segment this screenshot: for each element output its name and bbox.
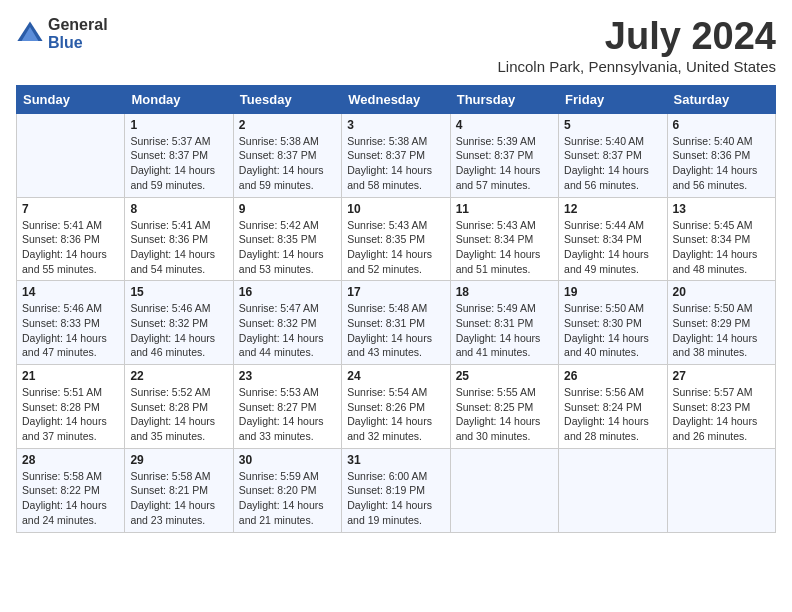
table-row: 2Sunrise: 5:38 AM Sunset: 8:37 PM Daylig… [233,113,341,197]
day-number: 21 [22,369,119,383]
day-number: 14 [22,285,119,299]
day-info: Sunrise: 5:40 AM Sunset: 8:36 PM Dayligh… [673,134,770,193]
table-row: 11Sunrise: 5:43 AM Sunset: 8:34 PM Dayli… [450,197,558,281]
table-row: 20Sunrise: 5:50 AM Sunset: 8:29 PM Dayli… [667,281,775,365]
table-row: 22Sunrise: 5:52 AM Sunset: 8:28 PM Dayli… [125,365,233,449]
day-info: Sunrise: 5:37 AM Sunset: 8:37 PM Dayligh… [130,134,227,193]
table-row: 28Sunrise: 5:58 AM Sunset: 8:22 PM Dayli… [17,448,125,532]
day-info: Sunrise: 5:45 AM Sunset: 8:34 PM Dayligh… [673,218,770,277]
day-info: Sunrise: 6:00 AM Sunset: 8:19 PM Dayligh… [347,469,444,528]
day-number: 1 [130,118,227,132]
table-row: 9Sunrise: 5:42 AM Sunset: 8:35 PM Daylig… [233,197,341,281]
day-number: 15 [130,285,227,299]
table-row: 14Sunrise: 5:46 AM Sunset: 8:33 PM Dayli… [17,281,125,365]
table-row: 18Sunrise: 5:49 AM Sunset: 8:31 PM Dayli… [450,281,558,365]
day-info: Sunrise: 5:53 AM Sunset: 8:27 PM Dayligh… [239,385,336,444]
day-number: 27 [673,369,770,383]
day-number: 18 [456,285,553,299]
col-thursday: Thursday [450,85,558,113]
table-row: 6Sunrise: 5:40 AM Sunset: 8:36 PM Daylig… [667,113,775,197]
day-number: 16 [239,285,336,299]
day-info: Sunrise: 5:50 AM Sunset: 8:30 PM Dayligh… [564,301,661,360]
table-row: 27Sunrise: 5:57 AM Sunset: 8:23 PM Dayli… [667,365,775,449]
day-info: Sunrise: 5:43 AM Sunset: 8:35 PM Dayligh… [347,218,444,277]
day-info: Sunrise: 5:57 AM Sunset: 8:23 PM Dayligh… [673,385,770,444]
day-number: 17 [347,285,444,299]
day-number: 6 [673,118,770,132]
table-row: 16Sunrise: 5:47 AM Sunset: 8:32 PM Dayli… [233,281,341,365]
day-number: 4 [456,118,553,132]
day-info: Sunrise: 5:52 AM Sunset: 8:28 PM Dayligh… [130,385,227,444]
day-info: Sunrise: 5:44 AM Sunset: 8:34 PM Dayligh… [564,218,661,277]
location-title: Lincoln Park, Pennsylvania, United State… [498,58,777,75]
day-info: Sunrise: 5:55 AM Sunset: 8:25 PM Dayligh… [456,385,553,444]
title-area: July 2024 Lincoln Park, Pennsylvania, Un… [498,16,777,75]
table-row: 24Sunrise: 5:54 AM Sunset: 8:26 PM Dayli… [342,365,450,449]
day-info: Sunrise: 5:46 AM Sunset: 8:32 PM Dayligh… [130,301,227,360]
day-number: 10 [347,202,444,216]
table-row: 7Sunrise: 5:41 AM Sunset: 8:36 PM Daylig… [17,197,125,281]
table-row: 29Sunrise: 5:58 AM Sunset: 8:21 PM Dayli… [125,448,233,532]
day-info: Sunrise: 5:38 AM Sunset: 8:37 PM Dayligh… [347,134,444,193]
table-row: 31Sunrise: 6:00 AM Sunset: 8:19 PM Dayli… [342,448,450,532]
day-number: 30 [239,453,336,467]
table-row: 21Sunrise: 5:51 AM Sunset: 8:28 PM Dayli… [17,365,125,449]
day-info: Sunrise: 5:38 AM Sunset: 8:37 PM Dayligh… [239,134,336,193]
day-info: Sunrise: 5:46 AM Sunset: 8:33 PM Dayligh… [22,301,119,360]
table-row [450,448,558,532]
day-number: 26 [564,369,661,383]
day-info: Sunrise: 5:51 AM Sunset: 8:28 PM Dayligh… [22,385,119,444]
day-number: 19 [564,285,661,299]
day-info: Sunrise: 5:47 AM Sunset: 8:32 PM Dayligh… [239,301,336,360]
logo-general: General [48,16,108,34]
day-info: Sunrise: 5:39 AM Sunset: 8:37 PM Dayligh… [456,134,553,193]
day-info: Sunrise: 5:43 AM Sunset: 8:34 PM Dayligh… [456,218,553,277]
col-sunday: Sunday [17,85,125,113]
day-info: Sunrise: 5:59 AM Sunset: 8:20 PM Dayligh… [239,469,336,528]
day-info: Sunrise: 5:56 AM Sunset: 8:24 PM Dayligh… [564,385,661,444]
day-number: 28 [22,453,119,467]
day-number: 22 [130,369,227,383]
calendar-week-row: 21Sunrise: 5:51 AM Sunset: 8:28 PM Dayli… [17,365,776,449]
table-row: 23Sunrise: 5:53 AM Sunset: 8:27 PM Dayli… [233,365,341,449]
day-info: Sunrise: 5:40 AM Sunset: 8:37 PM Dayligh… [564,134,661,193]
table-row: 30Sunrise: 5:59 AM Sunset: 8:20 PM Dayli… [233,448,341,532]
day-info: Sunrise: 5:41 AM Sunset: 8:36 PM Dayligh… [130,218,227,277]
calendar-table: Sunday Monday Tuesday Wednesday Thursday… [16,85,776,533]
day-number: 23 [239,369,336,383]
month-title: July 2024 [498,16,777,58]
table-row: 13Sunrise: 5:45 AM Sunset: 8:34 PM Dayli… [667,197,775,281]
day-number: 13 [673,202,770,216]
table-row: 12Sunrise: 5:44 AM Sunset: 8:34 PM Dayli… [559,197,667,281]
col-tuesday: Tuesday [233,85,341,113]
table-row: 5Sunrise: 5:40 AM Sunset: 8:37 PM Daylig… [559,113,667,197]
table-row [17,113,125,197]
day-info: Sunrise: 5:48 AM Sunset: 8:31 PM Dayligh… [347,301,444,360]
col-wednesday: Wednesday [342,85,450,113]
day-number: 2 [239,118,336,132]
day-info: Sunrise: 5:58 AM Sunset: 8:21 PM Dayligh… [130,469,227,528]
table-row [559,448,667,532]
day-number: 29 [130,453,227,467]
logo-icon [16,20,44,48]
day-info: Sunrise: 5:50 AM Sunset: 8:29 PM Dayligh… [673,301,770,360]
day-number: 8 [130,202,227,216]
day-number: 24 [347,369,444,383]
calendar-week-row: 7Sunrise: 5:41 AM Sunset: 8:36 PM Daylig… [17,197,776,281]
day-info: Sunrise: 5:58 AM Sunset: 8:22 PM Dayligh… [22,469,119,528]
day-number: 7 [22,202,119,216]
day-info: Sunrise: 5:54 AM Sunset: 8:26 PM Dayligh… [347,385,444,444]
logo-text: General Blue [48,16,108,51]
logo: General Blue [16,16,108,51]
col-saturday: Saturday [667,85,775,113]
day-info: Sunrise: 5:41 AM Sunset: 8:36 PM Dayligh… [22,218,119,277]
day-number: 31 [347,453,444,467]
table-row: 17Sunrise: 5:48 AM Sunset: 8:31 PM Dayli… [342,281,450,365]
table-row: 15Sunrise: 5:46 AM Sunset: 8:32 PM Dayli… [125,281,233,365]
calendar-week-row: 28Sunrise: 5:58 AM Sunset: 8:22 PM Dayli… [17,448,776,532]
table-row: 1Sunrise: 5:37 AM Sunset: 8:37 PM Daylig… [125,113,233,197]
day-number: 3 [347,118,444,132]
table-row: 3Sunrise: 5:38 AM Sunset: 8:37 PM Daylig… [342,113,450,197]
day-number: 5 [564,118,661,132]
col-friday: Friday [559,85,667,113]
